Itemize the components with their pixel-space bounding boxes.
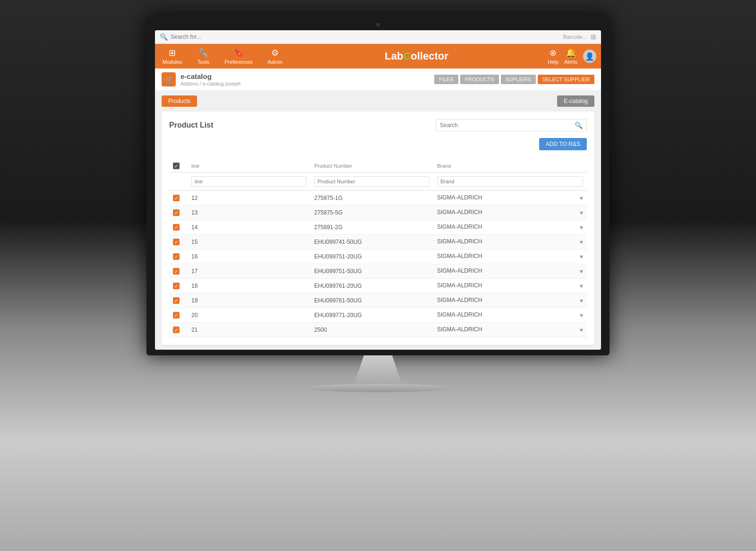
row-line: 18 — [188, 279, 310, 293]
top-search-bar: 🔍 Barcode... ⊞ — [155, 30, 601, 44]
table-header-row: ✓ line Product Number Brand — [169, 160, 587, 172]
products-tab-row: Products E-catalog — [162, 95, 594, 107]
content-area: Products E-catalog Product List 🔍 ADD TO… — [155, 91, 601, 350]
row-product-number: EHU099741-50UG — [310, 235, 433, 250]
row-expand-button[interactable]: ▾ — [580, 238, 583, 246]
nav-preferences[interactable]: 🔖 Preferences — [222, 44, 255, 69]
nav-alerts[interactable]: 🔔 Alerts — [564, 48, 577, 65]
breadcrumb-bar: 🛒 e-catalog Addons / e-catalog joseph FI… — [155, 69, 601, 91]
row-expand-button[interactable]: ▾ — [580, 282, 583, 290]
search-input[interactable] — [171, 34, 563, 40]
row-checkbox[interactable]: ✓ — [173, 268, 180, 275]
row-expand-button[interactable]: ▾ — [580, 209, 583, 216]
filter-brand-input[interactable] — [437, 176, 583, 187]
nav-admin-label: Admin — [268, 59, 283, 65]
nav-right: ⊗ Help 🔔 Alerts 👤 — [548, 48, 596, 65]
ecatalog-button[interactable]: E-catalog — [557, 95, 594, 107]
tab-files[interactable]: FILES — [434, 75, 458, 84]
products-button[interactable]: Products — [162, 95, 197, 107]
preferences-icon: 🔖 — [233, 48, 244, 58]
search-wrap: 🔍 — [436, 119, 587, 131]
product-table-body: ✓ 12 275875-1G SIGMA-ALDRICH ▾ ✓ 13 2758… — [169, 190, 587, 337]
row-expand-button[interactable]: ▾ — [580, 253, 583, 260]
row-check-col: ✓ — [169, 235, 188, 250]
select-all-checkbox[interactable]: ✓ — [173, 163, 180, 169]
header-line: line — [188, 160, 310, 172]
row-checkbox[interactable]: ✓ — [173, 253, 180, 260]
filter-check-col — [169, 172, 188, 190]
row-brand: SIGMA-ALDRICH ▾ — [433, 250, 587, 264]
row-line: 14 — [188, 220, 310, 235]
row-brand: SIGMA-ALDRICH ▾ — [433, 235, 587, 250]
nav-tools[interactable]: 🔧 Tools — [195, 44, 213, 69]
row-expand-button[interactable]: ▾ — [580, 311, 583, 319]
row-product-number: EHU099751-50UG — [310, 264, 433, 279]
breadcrumb-path: Addons / e-catalog joseph — [180, 81, 241, 86]
row-expand-button[interactable]: ▾ — [580, 194, 583, 202]
filter-row — [169, 172, 587, 190]
table-row: ✓ 15 EHU099741-50UG SIGMA-ALDRICH ▾ — [169, 235, 587, 250]
breadcrumb-tabs: FILES PRODUCTS SUPLIERS SELECT SUPPLIER — [434, 75, 594, 84]
row-line: 16 — [188, 250, 310, 264]
row-checkbox[interactable]: ✓ — [173, 327, 180, 333]
product-search-input[interactable] — [440, 122, 575, 129]
table-row: ✓ 13 275875-5G SIGMA-ALDRICH ▾ — [169, 206, 587, 220]
row-check-col: ✓ — [169, 293, 188, 308]
row-checkbox[interactable]: ✓ — [173, 312, 180, 319]
row-check-col: ✓ — [169, 264, 188, 279]
card-title: Product List — [169, 121, 213, 129]
webcam-dot — [376, 23, 380, 26]
filter-line-col — [188, 172, 310, 190]
row-checkbox[interactable]: ✓ — [173, 209, 180, 216]
row-line: 12 — [188, 190, 310, 206]
row-check-col: ✓ — [169, 279, 188, 293]
row-brand: SIGMA-ALDRICH ▾ — [433, 279, 587, 293]
add-to-rs-button[interactable]: ADD TO R&S — [539, 138, 587, 150]
grid-icon: ⊞ — [591, 33, 596, 41]
row-check-col: ✓ — [169, 308, 188, 323]
table-row: ✓ 16 EHU099751-20UG SIGMA-ALDRICH ▾ — [169, 250, 587, 264]
filter-product-number-input[interactable] — [314, 176, 430, 187]
row-checkbox[interactable]: ✓ — [173, 239, 180, 245]
product-list-card: Product List 🔍 ADD TO R&S — [162, 112, 594, 345]
row-expand-button[interactable]: ▾ — [580, 224, 583, 231]
row-expand-button[interactable]: ▾ — [580, 297, 583, 304]
avatar[interactable]: 👤 — [583, 50, 596, 63]
row-checkbox[interactable]: ✓ — [173, 283, 180, 289]
row-expand-button[interactable]: ▾ — [580, 326, 583, 334]
breadcrumb-info: e-catalog Addons / e-catalog joseph — [180, 72, 241, 86]
table-row: ✓ 12 275875-1G SIGMA-ALDRICH ▾ — [169, 190, 587, 206]
nav-logo: LabCollector — [285, 50, 548, 62]
table-row: ✓ 20 EHU099771-20UG SIGMA-ALDRICH ▾ — [169, 308, 587, 323]
header-checkbox-col: ✓ — [169, 160, 188, 172]
search-icon: 🔍 — [160, 33, 168, 41]
nav-help[interactable]: ⊗ Help — [548, 48, 558, 65]
nav-admin[interactable]: ⚙ Admin — [265, 44, 285, 69]
table-row: ✓ 21 2500 SIGMA-ALDRICH ▾ — [169, 323, 587, 337]
row-product-number: EHU099771-20UG — [310, 308, 433, 323]
row-product-number: EHU099761-50UG — [310, 293, 433, 308]
table-row: ✓ 19 EHU099761-50UG SIGMA-ALDRICH ▾ — [169, 293, 587, 308]
row-checkbox[interactable]: ✓ — [173, 297, 180, 304]
nav-preferences-label: Preferences — [224, 59, 252, 65]
row-product-number: EHU099761-20UG — [310, 279, 433, 293]
row-checkbox[interactable]: ✓ — [173, 195, 180, 201]
logo-text: LabCollector — [385, 50, 448, 62]
row-expand-button[interactable]: ▾ — [580, 267, 583, 275]
row-brand: SIGMA-ALDRICH ▾ — [433, 190, 587, 206]
row-line: 20 — [188, 308, 310, 323]
row-checkbox[interactable]: ✓ — [173, 224, 180, 231]
nav-items: ⊞ Modules 🔧 Tools 🔖 Preferences ⚙ Admin — [160, 44, 285, 69]
row-brand: SIGMA-ALDRICH ▾ — [433, 220, 587, 235]
admin-icon: ⚙ — [271, 48, 279, 58]
filter-line-input[interactable] — [191, 176, 307, 187]
header-product-number: Product Number — [310, 160, 433, 172]
tab-products[interactable]: PRODUCTS — [460, 75, 499, 84]
nav-modules[interactable]: ⊞ Modules — [160, 44, 185, 69]
row-brand: SIGMA-ALDRICH ▾ — [433, 264, 587, 279]
tab-select-supplier[interactable]: SELECT SUPPLIER — [538, 75, 594, 84]
tab-supliers[interactable]: SUPLIERS — [501, 75, 536, 84]
filter-brand-col — [433, 172, 587, 190]
row-brand: SIGMA-ALDRICH ▾ — [433, 206, 587, 220]
tools-icon: 🔧 — [198, 48, 208, 58]
